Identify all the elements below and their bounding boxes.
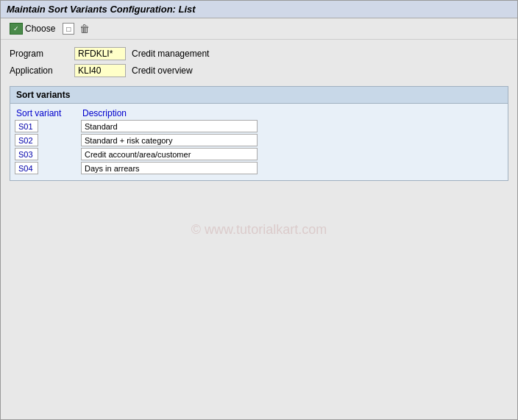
sort-variants-title: Sort variants <box>10 87 508 104</box>
application-row: Application Credit overview <box>10 64 508 77</box>
application-input[interactable] <box>74 64 126 77</box>
window-title: Maintain Sort Variants Configuration: Li… <box>7 4 196 15</box>
program-label: Program <box>10 49 68 59</box>
table-row: S01 <box>15 120 503 132</box>
table-row: S03 <box>15 148 503 160</box>
program-desc: Credit management <box>132 49 209 59</box>
variant-code-s01[interactable]: S01 <box>15 120 38 132</box>
variant-code-s02[interactable]: S02 <box>15 134 38 146</box>
main-content: © www.tutorialkart.com Program Credit ma… <box>1 40 517 419</box>
table-header: Sort variant Description <box>15 108 503 118</box>
new-icon[interactable]: □ <box>63 23 74 35</box>
title-bar: Maintain Sort Variants Configuration: Li… <box>1 1 517 18</box>
program-input[interactable] <box>74 47 126 60</box>
variant-code-s04[interactable]: S04 <box>15 162 38 174</box>
choose-label: Choose <box>25 24 55 34</box>
desc-input-s04[interactable] <box>81 162 258 174</box>
choose-icon: ✓ <box>10 23 23 35</box>
col-variant-header: Sort variant <box>16 108 82 118</box>
toolbar: ✓ Choose □ 🗑 <box>1 18 517 40</box>
sort-variants-section: Sort variants Sort variant Description S… <box>10 86 508 181</box>
desc-input-s02[interactable] <box>81 134 258 146</box>
variant-cell-s01: S01 <box>15 120 81 132</box>
variant-cell-s04: S04 <box>15 162 81 174</box>
desc-input-s03[interactable] <box>81 148 258 160</box>
watermark: © www.tutorialkart.com <box>191 222 327 238</box>
desc-cell-s01 <box>81 120 503 132</box>
desc-cell-s04 <box>81 162 503 174</box>
desc-cell-s03 <box>81 148 503 160</box>
col-desc-header: Description <box>82 108 502 118</box>
variant-cell-s02: S02 <box>15 134 81 146</box>
program-row: Program Credit management <box>10 47 508 60</box>
desc-cell-s02 <box>81 134 503 146</box>
application-desc: Credit overview <box>132 65 193 76</box>
variant-cell-s03: S03 <box>15 148 81 160</box>
variant-code-s03[interactable]: S03 <box>15 148 38 160</box>
desc-input-s01[interactable] <box>81 120 258 132</box>
application-label: Application <box>10 65 68 76</box>
sort-variants-content: Sort variant Description S01 S02 <box>10 104 508 180</box>
main-window: Maintain Sort Variants Configuration: Li… <box>0 0 518 420</box>
choose-button[interactable]: ✓ Choose <box>7 21 58 36</box>
table-row: S02 <box>15 134 503 146</box>
table-row: S04 <box>15 162 503 174</box>
delete-icon[interactable]: 🗑 <box>79 23 91 35</box>
